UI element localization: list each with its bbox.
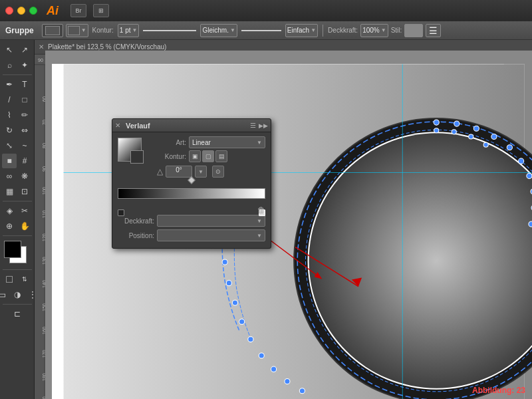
pen-tool[interactable]: ✒ <box>2 77 17 92</box>
magic-wand-tool[interactable]: ✦ <box>17 58 32 72</box>
mesh-tool[interactable]: # <box>17 154 32 168</box>
position-dropdown: ▼ <box>257 233 262 239</box>
doc-title: Plakette* bei 123,5 % (CMYK/Vorschau) <box>48 43 166 51</box>
group-label: Gruppe <box>5 26 34 35</box>
art-select[interactable]: Linear ▼ <box>189 136 265 148</box>
rotate-tool[interactable]: ↻ <box>2 123 17 138</box>
screen-mode-btn[interactable]: ⊏ <box>10 307 25 321</box>
svg-rect-22 <box>35 65 45 399</box>
deckkraft-panel-label: Deckkraft: <box>118 217 154 225</box>
symbol-tool[interactable]: ❋ <box>17 169 32 184</box>
scale-tool[interactable]: ⤡ <box>2 138 17 153</box>
stroke-icon-2[interactable]: ▢ <box>202 150 214 162</box>
hand-tool[interactable]: ✋ <box>17 219 32 233</box>
svg-point-71 <box>271 366 276 372</box>
svg-point-57 <box>434 128 439 133</box>
stroke-icon-1[interactable]: ▣ <box>189 150 201 162</box>
kontur-value-select[interactable]: 1 pt ▼ <box>118 24 140 37</box>
deckkraft-select[interactable]: 100% ▼ <box>360 24 388 37</box>
minimize-button[interactable] <box>17 7 25 15</box>
svg-point-73 <box>299 388 305 394</box>
delete-stop-icon[interactable]: 🗑 <box>257 205 265 215</box>
kontur-panel-label: Kontur: <box>150 153 186 160</box>
lasso-tool[interactable]: ⌕ <box>2 58 17 72</box>
select-tool[interactable]: ↖ <box>2 43 17 57</box>
svg-point-69 <box>248 336 253 342</box>
warp-tool[interactable]: ~ <box>17 138 32 153</box>
normal-mode-btn[interactable]: ▭ <box>0 287 9 302</box>
stil-preview-btn[interactable] <box>404 24 423 37</box>
reflect-tool[interactable]: ⇔ <box>17 123 32 138</box>
stroke-color-btn[interactable] <box>42 24 63 37</box>
art-dropdown-arrow: ▼ <box>257 140 262 146</box>
art-value: Linear <box>192 139 211 146</box>
svg-point-47 <box>491 134 497 139</box>
app-logo: Ai <box>47 4 59 18</box>
position-panel-select[interactable]: ▼ <box>157 229 265 241</box>
svg-point-48 <box>507 145 512 150</box>
gradient-tool[interactable]: ■ <box>2 154 17 168</box>
close-button[interactable] <box>5 7 13 15</box>
line-style2-select[interactable]: Einfach ▼ <box>285 24 318 37</box>
svg-point-72 <box>285 378 290 384</box>
figure-caption: Abbildung: 23 <box>472 386 525 395</box>
pencil-tool[interactable]: ✏ <box>17 108 32 122</box>
scissors-tool[interactable]: ✂ <box>17 203 32 218</box>
line-style1-select[interactable]: Gleichm. ▼ <box>200 24 237 37</box>
panel-close-btn[interactable]: ✕ <box>115 122 120 129</box>
gradient-midpoint-handle[interactable] <box>188 176 195 184</box>
zoom-tool[interactable]: ⊕ <box>2 219 17 233</box>
panel-collapse-icon[interactable]: ▶▶ <box>259 122 268 129</box>
stroke-icon-3[interactable]: ▤ <box>215 150 227 162</box>
gradient-secondary-swatch[interactable] <box>130 150 144 164</box>
line-preview2 <box>241 30 281 31</box>
panel-body: Art: Linear ▼ Kontur: ▣ ▢ ▤ <box>112 132 271 248</box>
column-graph-tool[interactable]: ▦ <box>2 184 17 199</box>
doc-close-btn[interactable]: ✕ <box>39 43 44 51</box>
swap-colors-btn[interactable]: ⇅ <box>17 272 32 287</box>
canvas-area: ✕ Plakette* bei 123,5 % (CMYK/Vorschau) … <box>35 40 532 399</box>
angle-input[interactable]: 0° <box>166 166 192 178</box>
grid-icon[interactable]: ⊞ <box>93 4 109 17</box>
shape-tool[interactable]: □ <box>17 92 32 107</box>
angle-value: 0° <box>176 166 182 174</box>
line-style1-label: Gleichm. <box>202 27 228 34</box>
reverse-gradient-btn[interactable]: ⊙ <box>212 166 224 178</box>
angle-icon: △ <box>157 167 163 176</box>
svg-point-68 <box>239 319 245 325</box>
maximize-button[interactable] <box>29 7 37 15</box>
deckkraft-row: Deckkraft: ▼ <box>118 215 265 227</box>
position-row: Position: ▼ <box>118 229 265 241</box>
direct-select-tool[interactable]: ↗ <box>17 43 32 57</box>
deckkraft-panel-select[interactable]: ▼ <box>157 215 265 227</box>
gradient-mode-btn[interactable]: ◑ <box>10 287 25 302</box>
ruler-left: 60 70 80 90 100 110 120 130 140 150 160 … <box>35 65 45 399</box>
paintbrush-tool[interactable]: ⌇ <box>2 108 17 122</box>
blend-tool[interactable]: ∞ <box>2 169 17 184</box>
svg-point-65 <box>222 259 227 265</box>
svg-point-60 <box>483 142 488 147</box>
gradient-stop-left[interactable] <box>118 209 124 216</box>
gradient-bar[interactable] <box>118 188 265 199</box>
slice-tool[interactable]: ⊡ <box>17 184 32 199</box>
title-bar: Ai Br ⊞ <box>0 0 532 21</box>
angle-select[interactable]: ▼ <box>195 166 207 178</box>
foreground-color-swatch[interactable] <box>4 241 21 258</box>
type-tool[interactable]: T <box>17 77 32 92</box>
gradient-type-row: Art: Linear ▼ Kontur: ▣ ▢ ▤ <box>118 136 265 162</box>
svg-point-46 <box>473 126 479 131</box>
gradient-preview-box[interactable] <box>118 138 142 162</box>
svg-point-67 <box>232 300 237 305</box>
toolbar-left: ↖ ↗ ⌕ ✦ ✒ T / □ ⌇ ✏ ↻ ⇔ ⤡ ~ ■ # <box>0 40 35 399</box>
fill-none-btn[interactable]: □ <box>2 272 17 287</box>
br-icon[interactable]: Br <box>70 4 86 17</box>
eraser-tool[interactable]: ◈ <box>2 203 17 218</box>
svg-point-44 <box>434 120 439 125</box>
line-tool[interactable]: / <box>2 92 17 107</box>
extra-menu-btn[interactable]: ☰ <box>426 24 441 37</box>
stroke-style-select[interactable]: ▼ <box>66 24 88 37</box>
kontur-value: 1 pt <box>120 27 131 34</box>
angle-dropdown: ▼ <box>198 169 203 175</box>
panel-menu-icon[interactable]: ☰ <box>250 122 256 129</box>
svg-point-58 <box>452 130 456 134</box>
